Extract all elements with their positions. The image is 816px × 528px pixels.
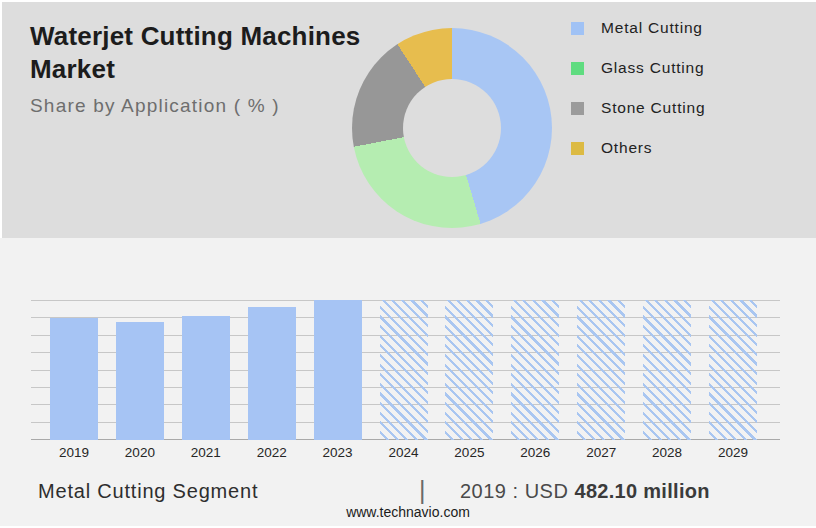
legend-swatch bbox=[571, 142, 584, 155]
legend-item: Glass Cutting bbox=[571, 48, 705, 88]
bar-2022 bbox=[248, 307, 296, 440]
x-axis-labels: 2019202020212022202320242025202620272028… bbox=[31, 445, 780, 463]
header-panel: Waterjet Cutting Machines Market Share b… bbox=[2, 2, 816, 238]
website-link[interactable]: www.technavio.com bbox=[0, 504, 816, 520]
separator-bar: | bbox=[419, 476, 426, 505]
bar-2021 bbox=[182, 316, 230, 441]
legend-swatch bbox=[571, 102, 584, 115]
forecast-bar-2026 bbox=[511, 300, 559, 440]
donut-legend: Metal CuttingGlass CuttingStone CuttingO… bbox=[571, 8, 705, 168]
legend-item: Stone Cutting bbox=[571, 88, 705, 128]
forecast-bar-2029 bbox=[709, 300, 757, 440]
x-tick-label: 2024 bbox=[374, 445, 434, 460]
x-tick-label: 2019 bbox=[44, 445, 104, 460]
segment-label: Metal Cutting Segment bbox=[38, 480, 258, 503]
chart-subtitle: Share by Application ( % ) bbox=[30, 95, 382, 117]
forecast-bar-2027 bbox=[577, 300, 625, 440]
donut-chart bbox=[352, 28, 552, 228]
title-block: Waterjet Cutting Machines Market Share b… bbox=[30, 20, 382, 117]
x-tick-label: 2027 bbox=[571, 445, 631, 460]
legend-swatch bbox=[571, 62, 584, 75]
legend-item: Metal Cutting bbox=[571, 8, 705, 48]
x-tick-label: 2029 bbox=[703, 445, 763, 460]
x-tick-label: 2022 bbox=[242, 445, 302, 460]
infographic-root: Waterjet Cutting Machines Market Share b… bbox=[0, 0, 816, 528]
forecast-bar-2024 bbox=[380, 300, 428, 440]
legend-label: Metal Cutting bbox=[601, 19, 703, 37]
legend-swatch bbox=[571, 22, 584, 35]
segment-value-prefix: 2019 : USD bbox=[460, 480, 574, 502]
segment-value: 2019 : USD 482.10 million bbox=[460, 480, 710, 503]
page-title: Waterjet Cutting Machines Market bbox=[30, 20, 382, 86]
bar-chart-plot bbox=[31, 300, 780, 440]
x-tick-label: 2028 bbox=[637, 445, 697, 460]
legend-item: Others bbox=[571, 128, 705, 168]
legend-label: Others bbox=[601, 139, 652, 157]
legend-label: Stone Cutting bbox=[601, 99, 705, 117]
x-tick-label: 2021 bbox=[176, 445, 236, 460]
bar-2023 bbox=[314, 300, 362, 440]
x-tick-label: 2026 bbox=[505, 445, 565, 460]
forecast-bar-2025 bbox=[445, 300, 493, 440]
segment-value-amount: 482.10 million bbox=[574, 480, 709, 502]
bar-2020 bbox=[116, 322, 164, 440]
forecast-bar-2028 bbox=[643, 300, 691, 440]
bar-chart-section: 2019202020212022202320242025202620272028… bbox=[0, 238, 816, 526]
donut-hole bbox=[403, 79, 501, 177]
bar-2019 bbox=[50, 318, 98, 440]
x-tick-label: 2025 bbox=[439, 445, 499, 460]
x-tick-label: 2023 bbox=[308, 445, 368, 460]
x-tick-label: 2020 bbox=[110, 445, 170, 460]
legend-label: Glass Cutting bbox=[601, 59, 704, 77]
